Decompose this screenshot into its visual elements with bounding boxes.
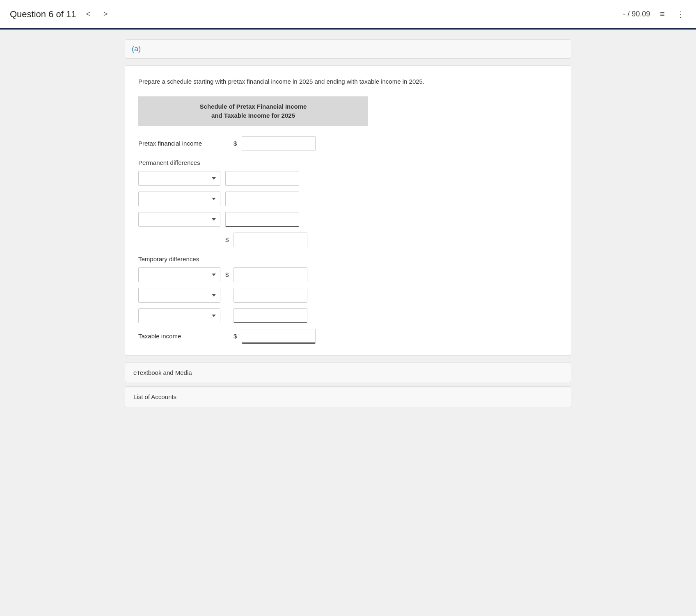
temp-diff-dropdown-3[interactable] xyxy=(138,308,220,323)
list-accounts-label: List of Accounts xyxy=(133,393,176,400)
temporary-diff-label: Temporary differences xyxy=(138,256,368,262)
pretax-currency: $ xyxy=(234,140,237,147)
etextbook-panel[interactable]: eTextbook and Media xyxy=(125,362,571,383)
page-content: (a) Prepare a schedule starting with pre… xyxy=(118,30,578,420)
perm-diff-dropdown-3[interactable] xyxy=(138,212,220,227)
temp-diff-input-1[interactable] xyxy=(234,267,307,282)
schedule-container: Schedule of Pretax Financial Income and … xyxy=(138,96,368,344)
score-display: - / 90.09 xyxy=(623,10,650,18)
question-title: Question 6 of 11 xyxy=(10,9,76,20)
temp-diff-row-2 xyxy=(138,288,368,303)
taxable-income-row: Taxable income $ xyxy=(138,329,368,344)
temp-diff-row-3 xyxy=(138,308,368,323)
more-icon-button[interactable]: ⋮ xyxy=(675,8,686,21)
schedule-title-line2: and Taxable Income for 2025 xyxy=(147,111,360,121)
part-label-text: (a) xyxy=(132,45,141,53)
list-icon-button[interactable]: ≡ xyxy=(658,8,666,21)
taxable-currency: $ xyxy=(234,333,237,340)
taxable-income-input[interactable] xyxy=(242,329,316,344)
perm-subtotal-input[interactable] xyxy=(234,233,307,247)
header-left: Question 6 of 11 < > xyxy=(10,8,111,20)
perm-subtotal-currency: $ xyxy=(225,236,229,243)
permanent-diff-section: Permanent differences xyxy=(138,159,368,166)
main-card: Prepare a schedule starting with pretax … xyxy=(125,65,571,356)
part-label: (a) xyxy=(125,39,571,59)
perm-subtotal-row: $ xyxy=(225,233,368,247)
temp-diff-dropdown-2[interactable] xyxy=(138,288,220,303)
temp-diff-input-2[interactable] xyxy=(234,288,307,303)
schedule-header: Schedule of Pretax Financial Income and … xyxy=(138,96,368,126)
header-right: - / 90.09 ≡ ⋮ xyxy=(623,8,686,21)
schedule-title-line1: Schedule of Pretax Financial Income xyxy=(147,102,360,112)
temp-diff-dropdown-1[interactable] xyxy=(138,267,220,282)
pretax-income-row: Pretax financial income $ xyxy=(138,136,368,151)
temp-diff-row-1: $ xyxy=(138,267,368,282)
list-accounts-panel[interactable]: List of Accounts xyxy=(125,386,571,407)
instruction-text: Prepare a schedule starting with pretax … xyxy=(138,77,558,87)
etextbook-label: eTextbook and Media xyxy=(133,369,192,376)
perm-diff-input-2[interactable] xyxy=(225,192,299,206)
perm-diff-dropdown-2[interactable] xyxy=(138,192,220,206)
page-header: Question 6 of 11 < > - / 90.09 ≡ ⋮ xyxy=(0,0,696,30)
temp-currency-1: $ xyxy=(225,271,229,278)
next-button[interactable]: > xyxy=(100,8,111,20)
perm-diff-input-1[interactable] xyxy=(225,171,299,186)
pretax-income-input[interactable] xyxy=(242,136,316,151)
temp-diff-input-3[interactable] xyxy=(234,308,307,323)
perm-diff-row-3 xyxy=(138,212,368,227)
prev-button[interactable]: < xyxy=(82,8,94,20)
perm-diff-input-3[interactable] xyxy=(225,212,299,227)
temporary-diff-section: Temporary differences xyxy=(138,256,368,262)
perm-diff-row-2 xyxy=(138,192,368,206)
pretax-label: Pretax financial income xyxy=(138,140,229,147)
permanent-diff-label: Permanent differences xyxy=(138,159,368,166)
taxable-income-label: Taxable income xyxy=(138,333,229,340)
perm-diff-dropdown-1[interactable] xyxy=(138,171,220,186)
perm-diff-row-1 xyxy=(138,171,368,186)
